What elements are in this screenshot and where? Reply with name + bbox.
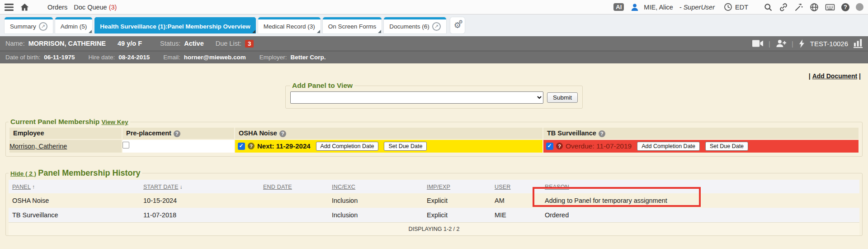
nav-orders[interactable]: Orders	[47, 4, 67, 11]
sort-reason-link[interactable]: REASON	[545, 184, 569, 190]
add-person-icon[interactable]	[776, 39, 786, 48]
view-key-link[interactable]: View Key	[102, 119, 128, 125]
dob-value: 06-11-1975	[44, 54, 75, 61]
tab-documents-label: Documents (6)	[389, 23, 429, 30]
help-question-icon[interactable]	[248, 143, 255, 149]
home-icon[interactable]	[20, 3, 29, 12]
user-cell: MIE	[491, 208, 541, 222]
hire-date-value: 08-24-2015	[118, 54, 150, 61]
col-header-user: USER	[491, 180, 541, 193]
current-panel-table: Employee Pre-placement OSHA Noise TB Sur…	[9, 127, 859, 153]
tab-on-screen-forms-label: On Screen Forms	[328, 23, 377, 30]
set-due-date-button[interactable]: Set Due Date	[384, 142, 427, 151]
globe-icon[interactable]	[810, 3, 819, 12]
current-panel-membership-fieldset: Current Panel Membership View Key Employ…	[5, 118, 863, 157]
submit-button[interactable]: Submit	[547, 92, 578, 103]
due-list-count-badge[interactable]: 3	[245, 40, 254, 48]
ai-assistant-badge[interactable]: AI	[613, 3, 624, 11]
search-icon[interactable]	[764, 3, 773, 12]
nav-orders-label: Orders	[47, 4, 67, 11]
tab-health-surveillance-label: Health Surveillance (1):Panel Membership…	[100, 23, 250, 30]
reason-cell: Adding to Panel for temporary assignment	[541, 193, 859, 208]
hamburger-menu-icon[interactable]	[5, 4, 14, 11]
tab-health-surveillance[interactable]: Health Surveillance (1):Panel Membership…	[94, 17, 255, 34]
link-icon[interactable]	[779, 3, 788, 12]
presence-indicator[interactable]	[856, 3, 863, 11]
timezone-label: EDT	[735, 4, 748, 11]
tab-admin[interactable]: Admin (5)	[55, 17, 93, 34]
help-question-icon[interactable]	[279, 130, 286, 137]
history-legend: Hide ( 2 ) Panel Membership History	[9, 168, 142, 178]
nav-doc-queue[interactable]: Doc Queue (3)	[74, 4, 117, 11]
set-due-date-button[interactable]: Set Due Date	[705, 142, 748, 151]
user-cell: AM	[491, 193, 541, 208]
user-icon[interactable]	[630, 3, 639, 12]
doc-queue-count: (3)	[109, 4, 117, 11]
help-question-icon[interactable]	[599, 130, 605, 137]
help-question-icon[interactable]	[556, 143, 563, 149]
help-icon[interactable]: ?	[841, 3, 849, 11]
history-row: OSHA Noise 10-15-2024 Inclusion Explicit…	[9, 193, 859, 208]
pipe: |	[809, 72, 811, 80]
name-label: Name:	[5, 40, 25, 47]
patient-demographics-bar: Date of birth: 06-11-1975 Hire date: 08-…	[0, 51, 868, 63]
history-table: PANEL↑ START DATE↓ END DATE INC/EXC IMP/	[9, 180, 859, 222]
osha-due-status: Next: 11-29-2024	[257, 142, 311, 150]
sort-panel-link[interactable]: PANEL	[12, 184, 31, 190]
imp-exp-cell: Explicit	[423, 208, 491, 222]
add-document-row: | Add Document |	[5, 63, 863, 80]
add-panel-legend: Add Panel to View	[290, 81, 354, 90]
video-icon[interactable]	[752, 40, 763, 47]
sort-start-date-link[interactable]: START DATE	[143, 184, 178, 190]
col-header-employee: Employee	[9, 128, 122, 139]
divider: |	[792, 40, 793, 48]
add-panel-fieldset: Add Panel to View Submit	[285, 81, 583, 109]
paging-status: DISPLAYING 1-2 / 2	[9, 222, 859, 235]
webchart-app: Orders Doc Queue (3) AI MIE, Alice - Sup…	[0, 0, 868, 249]
status-label: Status:	[160, 40, 180, 47]
keyboard-icon[interactable]	[825, 3, 835, 11]
tab-summary-label: Summary	[10, 23, 36, 30]
employee-header-label: Employee	[13, 129, 44, 137]
osha-noise-cell: Next: 11-29-2024 Add Completion Date Set…	[235, 140, 542, 153]
main-content: | Add Document | Add Panel to View Submi…	[0, 63, 868, 249]
tab-medical-record[interactable]: Medical Record (3)	[258, 17, 321, 34]
pre-placement-checkbox[interactable]	[123, 142, 129, 148]
clock-icon[interactable]	[724, 3, 732, 11]
tb-checkbox[interactable]	[546, 143, 553, 150]
sort-asc-icon[interactable]: ↑	[32, 184, 35, 190]
tab-settings-gear-icon[interactable]	[450, 17, 465, 34]
tab-documents[interactable]: Documents (6) ↗	[384, 17, 446, 34]
help-question-icon[interactable]	[174, 130, 180, 137]
employee-link[interactable]: Morrison, Catherine	[9, 143, 67, 150]
add-completion-date-button[interactable]: Add Completion Date	[316, 142, 379, 151]
email-label: Email:	[163, 54, 180, 61]
inc-exc-cell: Inclusion	[328, 193, 423, 208]
external-link-icon[interactable]: ↗	[39, 22, 47, 31]
panel-select[interactable]	[290, 91, 543, 104]
col-header-pre-placement: Pre-placement	[123, 128, 234, 139]
add-document-link[interactable]: Add Document	[812, 72, 858, 80]
col-header-imp-exp: IMP/EXP	[423, 180, 491, 193]
tab-medical-record-label: Medical Record (3)	[264, 23, 315, 30]
hide-history-link[interactable]: Hide ( 2 )	[10, 170, 36, 177]
external-link-icon[interactable]: ↗	[432, 22, 441, 31]
sort-end-date-link[interactable]: END DATE	[263, 184, 292, 190]
sort-desc-icon[interactable]: ↓	[179, 184, 182, 190]
start-date-cell: 10-15-2024	[140, 193, 259, 208]
bolt-icon[interactable]	[799, 39, 805, 48]
sort-imp-exp-link[interactable]: IMP/EXP	[427, 184, 450, 190]
col-header-end-date: END DATE	[259, 180, 328, 193]
sort-user-link[interactable]: USER	[495, 184, 511, 190]
due-list-label: Due List:	[216, 40, 241, 47]
col-header-tb-surveillance: TB Surveillance	[543, 128, 859, 139]
chart-id: TEST-10026	[810, 40, 848, 48]
osha-checkbox[interactable]	[238, 143, 245, 150]
chart-stats-icon[interactable]	[854, 39, 863, 48]
tab-on-screen-forms[interactable]: On Screen Forms	[323, 17, 382, 34]
start-date-cell: 11-07-2018	[140, 208, 259, 222]
tab-summary[interactable]: Summary ↗	[5, 17, 53, 34]
add-completion-date-button[interactable]: Add Completion Date	[637, 142, 700, 151]
sort-inc-exc-link[interactable]: INC/EXC	[332, 184, 355, 190]
wand-icon[interactable]	[794, 3, 803, 12]
